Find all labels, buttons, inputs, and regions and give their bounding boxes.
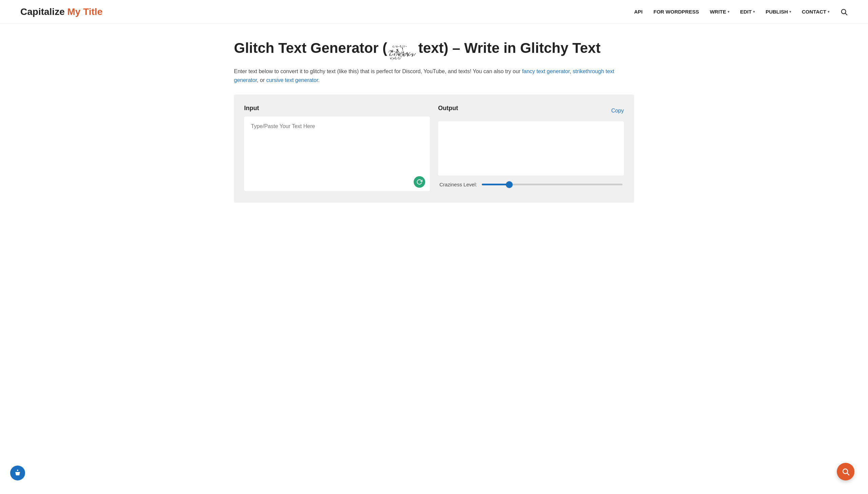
chevron-down-icon: ▾ <box>727 10 729 14</box>
fancy-text-link[interactable]: fancy text generator <box>522 69 570 74</box>
svg-text:c̷x̶t̸r̴: c̷x̶t̸r̴ <box>392 45 407 48</box>
glitch-text-art: v x ! ĉ̷r̷ẽ͟ę̸p̷ÿ̸ c̷x̶t̸r̴ v͟≠1̷1̸ ̷t̷… <box>387 37 414 61</box>
output-header: Output Copy <box>438 105 624 117</box>
logo-text: Capitalize <box>20 6 67 17</box>
craziness-label: Craziness Level: <box>439 182 477 187</box>
craziness-slider[interactable] <box>482 184 623 185</box>
description-text: Enter text below to convert it to glitch… <box>234 67 634 84</box>
craziness-row: Craziness Level: <box>438 182 624 187</box>
chevron-down-icon: ▾ <box>789 10 791 14</box>
copy-button[interactable]: Copy <box>611 108 624 114</box>
logo-highlight: My Title <box>67 6 103 17</box>
page-title: Glitch Text Generator ( v x ! ĉ̷r̷ẽ͟ę̸p̷… <box>234 37 634 61</box>
output-area <box>438 121 624 175</box>
output-label: Output <box>438 105 458 112</box>
cursive-link[interactable]: cursive text generator <box>266 77 318 83</box>
text-input[interactable] <box>244 117 430 191</box>
search-button[interactable] <box>840 8 848 16</box>
tool-container: Input Output Copy Craziness Level: <box>234 95 634 203</box>
chevron-down-icon: ▾ <box>753 10 755 14</box>
nav-api[interactable]: API <box>634 9 643 15</box>
nav-contact[interactable]: CONTACT ▾ <box>802 9 829 15</box>
main-content: Glitch Text Generator ( v x ! ĉ̷r̷ẽ͟ę̸p̷… <box>214 24 654 223</box>
nav-edit[interactable]: EDIT ▾ <box>740 9 755 15</box>
input-label: Input <box>244 105 430 112</box>
refresh-button[interactable] <box>414 176 425 188</box>
output-section: Output Copy Craziness Level: <box>438 105 624 192</box>
header: Capitalize My Title API FOR WORDPRESS WR… <box>0 0 868 24</box>
nav-write[interactable]: WRITE ▾ <box>710 9 729 15</box>
input-section: Input <box>244 105 430 192</box>
input-wrapper <box>244 117 430 192</box>
logo[interactable]: Capitalize My Title <box>20 6 103 17</box>
nav-publish[interactable]: PUBLISH ▾ <box>765 9 791 15</box>
svg-text:v͟≠1̷1̸: v͟≠1̷1̸ <box>390 57 402 60</box>
nav-wordpress[interactable]: FOR WORDPRESS <box>653 9 699 15</box>
chevron-down-icon: ▾ <box>828 10 829 14</box>
svg-line-1 <box>845 13 847 15</box>
svg-text:̸5̶̴̷s: ̸5̶̴̷s <box>388 50 400 53</box>
main-nav: API FOR WORDPRESS WRITE ▾ EDIT ▾ PUBLISH… <box>634 8 848 16</box>
